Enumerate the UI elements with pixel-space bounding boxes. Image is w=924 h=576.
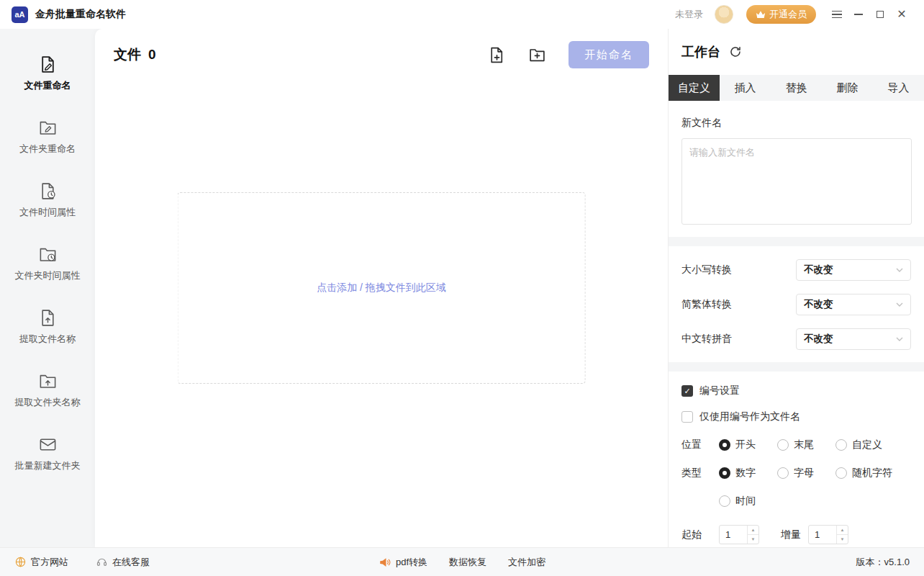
refresh-button[interactable] xyxy=(729,45,742,58)
position-option-custom[interactable]: 自定义 xyxy=(835,438,882,451)
radio-selected-icon xyxy=(719,467,730,479)
sidebar-item-extract-file-name[interactable]: 提取文件名称 xyxy=(0,294,95,357)
pdf-convert-link[interactable]: pdf转换 xyxy=(379,556,427,569)
spin-down-icon[interactable]: ▼ xyxy=(837,534,848,544)
simplified-traditional-select[interactable]: 不改变 xyxy=(796,294,911,315)
footer-left: 官方网站 在线客服 xyxy=(14,556,150,569)
crown-icon xyxy=(756,10,766,19)
type-option-label: 时间 xyxy=(735,495,756,508)
file-encrypt-label: 文件加密 xyxy=(508,556,545,569)
chevron-down-icon xyxy=(896,268,903,272)
file-label: 文件 xyxy=(114,45,141,64)
position-option-label: 末尾 xyxy=(794,438,814,451)
sidebar-item-label: 提取文件夹名称 xyxy=(15,397,81,407)
add-file-button[interactable] xyxy=(488,46,506,64)
sidebar-item-folder-rename[interactable]: 文件夹重命名 xyxy=(0,104,95,167)
open-vip-button[interactable]: 开通会员 xyxy=(746,5,816,24)
menu-button[interactable] xyxy=(826,4,848,24)
add-file-icon xyxy=(488,46,506,64)
simplified-traditional-label: 简繁体转换 xyxy=(681,298,732,311)
maximize-icon xyxy=(877,11,884,18)
add-folder-button[interactable] xyxy=(527,46,547,64)
globe-icon xyxy=(14,556,27,568)
spin-up-icon[interactable]: ▲ xyxy=(748,526,758,534)
only-number-row: 仅使用编号作为文件名 xyxy=(681,410,911,423)
online-service-link[interactable]: 在线客服 xyxy=(96,556,150,569)
hamburger-icon xyxy=(832,11,842,19)
type-option-random[interactable]: 随机字符 xyxy=(835,467,892,480)
close-button[interactable]: ✕ xyxy=(891,4,912,24)
tab-delete[interactable]: 删除 xyxy=(822,75,873,101)
titlebar-right: 未登录 开通会员 ✕ xyxy=(675,4,912,24)
extract-folder-name-icon xyxy=(38,372,58,391)
tab-custom[interactable]: 自定义 xyxy=(669,75,720,101)
tab-import[interactable]: 导入 xyxy=(873,75,924,101)
start-number-spinner: ▲ ▼ xyxy=(747,526,758,544)
simplified-traditional-value: 不改变 xyxy=(804,298,833,311)
minimize-button[interactable] xyxy=(848,4,869,24)
only-number-label: 仅使用编号作为文件名 xyxy=(699,410,800,423)
maximize-button[interactable] xyxy=(869,4,891,24)
type-option-time[interactable]: 时间 xyxy=(719,495,756,508)
type-options: 数字 字母 随机字符 xyxy=(719,467,892,480)
sidebar-item-label: 文件夹时间属性 xyxy=(15,271,81,280)
extract-file-name-icon xyxy=(38,308,58,328)
refresh-icon xyxy=(729,45,742,58)
file-time-icon xyxy=(38,181,58,201)
folder-rename-icon xyxy=(38,118,58,138)
radio-icon xyxy=(719,495,730,507)
app-title: 金舟批量重命名软件 xyxy=(35,8,126,21)
dropzone-hint: 点击添加 / 拖拽文件到此区域 xyxy=(317,282,446,294)
tab-insert[interactable]: 插入 xyxy=(720,75,771,101)
file-rename-icon xyxy=(38,55,58,74)
type-option-label: 随机字符 xyxy=(852,467,892,480)
sidebar-item-file-time[interactable]: 文件时间属性 xyxy=(0,167,95,230)
pinyin-select[interactable]: 不改变 xyxy=(796,328,911,350)
sidebar-item-folder-time[interactable]: 文件夹时间属性 xyxy=(0,230,95,294)
position-option-start[interactable]: 开头 xyxy=(719,438,756,451)
pinyin-row: 中文转拼音 不改变 xyxy=(681,328,911,350)
type-option-letter[interactable]: 字母 xyxy=(777,467,814,480)
spin-down-icon[interactable]: ▼ xyxy=(748,534,758,544)
spin-up-icon[interactable]: ▲ xyxy=(837,526,848,534)
chevron-down-icon xyxy=(896,337,903,341)
position-option-label: 开头 xyxy=(735,438,756,451)
batch-new-folder-icon xyxy=(38,435,58,454)
numbering-enable-checkbox[interactable]: ✓ xyxy=(681,385,693,397)
start-rename-button[interactable]: 开始命名 xyxy=(569,41,649,68)
login-status[interactable]: 未登录 xyxy=(675,8,703,21)
increment-input[interactable]: 1 ▲ ▼ xyxy=(808,525,848,544)
type-option-number[interactable]: 数字 xyxy=(719,467,756,480)
sidebar-item-label: 文件重命名 xyxy=(24,81,71,90)
case-convert-select[interactable]: 不改变 xyxy=(796,259,911,281)
pinyin-value: 不改变 xyxy=(804,333,833,346)
window-controls: ✕ xyxy=(826,4,912,24)
file-dropzone[interactable]: 点击添加 / 拖拽文件到此区域 xyxy=(178,192,586,384)
position-label: 位置 xyxy=(681,438,719,451)
data-recovery-label: 数据恢复 xyxy=(449,556,486,569)
increment-label: 增量 xyxy=(781,528,801,541)
chevron-down-icon xyxy=(896,302,903,307)
new-name-input[interactable] xyxy=(681,138,912,225)
case-convert-value: 不改变 xyxy=(804,264,833,276)
sidebar-item-file-rename[interactable]: 文件重命名 xyxy=(0,40,95,104)
start-number-input[interactable]: 1 ▲ ▼ xyxy=(719,525,759,544)
workbench-header: 工作台 xyxy=(669,29,924,75)
megaphone-icon xyxy=(379,556,391,569)
official-site-link[interactable]: 官方网站 xyxy=(14,556,68,569)
radio-icon xyxy=(835,467,847,479)
file-list-title: 文件 0 xyxy=(114,45,156,64)
position-option-end[interactable]: 末尾 xyxy=(777,438,814,451)
tab-replace[interactable]: 替换 xyxy=(771,75,822,101)
position-row: 位置 开头 末尾 自定义 xyxy=(681,438,911,451)
app-logo-icon: aA xyxy=(12,6,28,23)
data-recovery-link[interactable]: 数据恢复 xyxy=(449,556,486,569)
file-encrypt-link[interactable]: 文件加密 xyxy=(508,556,545,569)
sidebar-item-batch-new-folder[interactable]: 批量新建文件夹 xyxy=(0,420,95,484)
position-options: 开头 末尾 自定义 xyxy=(719,438,882,451)
sidebar-item-label: 批量新建文件夹 xyxy=(15,461,81,470)
sidebar-item-extract-folder-name[interactable]: 提取文件夹名称 xyxy=(0,357,95,420)
only-number-checkbox[interactable] xyxy=(681,411,693,423)
avatar[interactable] xyxy=(715,5,733,24)
increment-spinner: ▲ ▼ xyxy=(836,526,848,544)
